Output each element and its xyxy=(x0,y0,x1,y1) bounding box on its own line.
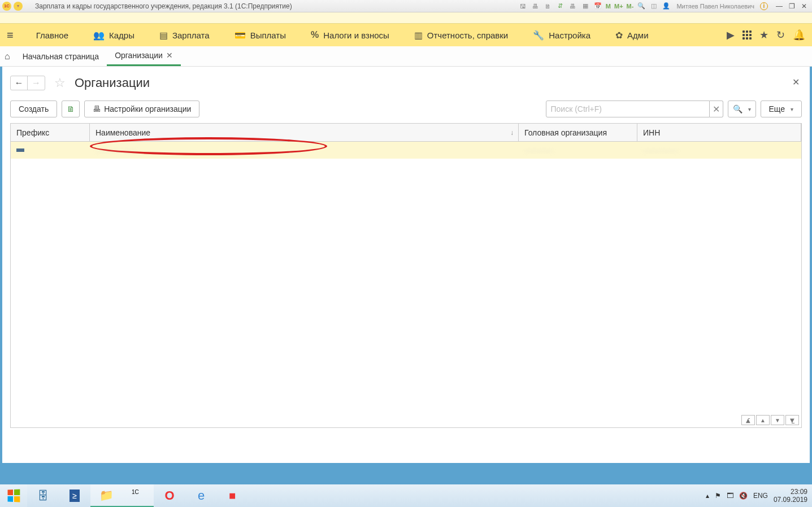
percent-icon: % xyxy=(311,30,319,40)
scroll-bottom-icon[interactable]: ▼̲ xyxy=(785,415,799,425)
window-close[interactable]: ✕ xyxy=(798,2,810,11)
user-name[interactable]: Митяев Павел Николаевич xyxy=(676,2,754,11)
nav-back-button[interactable]: ← xyxy=(11,76,28,90)
report-icon: ▥ xyxy=(414,30,423,41)
home-icon[interactable]: ⌂ xyxy=(5,51,10,62)
toolbar-icon-print[interactable]: 🖶 xyxy=(531,2,540,11)
tray-sound-icon[interactable]: 🔇 xyxy=(739,492,748,500)
col-name[interactable]: Наименование↓ xyxy=(90,124,519,141)
app-title: Зарплата и кадры государственного учрежд… xyxy=(35,2,292,10)
window-minimize[interactable]: — xyxy=(774,2,785,11)
taskbar-ie[interactable]: e xyxy=(185,484,217,507)
zoom-button[interactable]: 🔍 xyxy=(637,2,646,11)
toolbar-icon-print2[interactable]: 🖶 xyxy=(568,2,577,11)
gear-icon: ✿ xyxy=(615,30,623,41)
col-prefix[interactable]: Префикс xyxy=(11,124,90,141)
taskbar-powershell[interactable]: ≥ xyxy=(59,484,90,507)
org-settings-button[interactable]: 🖶Настройки организации xyxy=(84,100,199,117)
info-icon[interactable]: i xyxy=(760,2,768,10)
nav-settings[interactable]: 🔧Настройка xyxy=(520,24,603,46)
titlebar: 1C ▾ Зарплата и кадры государственного у… xyxy=(0,0,812,12)
scroll-controls: ▲̄ ▲ ▼ ▼̲ xyxy=(741,415,799,425)
nav-buttons: ← → xyxy=(10,76,45,90)
toolbar: Создать 🗎 🖶Настройки организации ✕ 🔍 Еще xyxy=(10,100,802,117)
window-maximize[interactable]: ❐ xyxy=(786,2,797,11)
taskbar-1c[interactable]: 1C xyxy=(122,484,154,507)
tab-close-icon[interactable]: ✕ xyxy=(166,51,173,60)
printer-icon: 🖶 xyxy=(93,104,101,113)
history-icon[interactable]: ↻ xyxy=(776,29,785,41)
main-nav: ≡ Главное 👥Кадры ▤Зарплата 💳Выплаты %Нал… xyxy=(0,24,812,46)
create-button[interactable]: Создать xyxy=(10,100,57,117)
windows-taskbar: 🗄 ≥ 📁 1C O e ◆ ▴ ⚑ 🗔 🔇 ENG 23:09 07.09.2… xyxy=(0,484,812,507)
scroll-down-icon[interactable]: ▼ xyxy=(771,415,784,425)
taskbar-explorer[interactable]: 📁 xyxy=(90,484,122,507)
m-minus-button[interactable]: M- xyxy=(627,2,634,11)
copy-add-icon: 🗎 xyxy=(67,104,75,113)
sort-asc-icon: ↓ xyxy=(510,129,514,137)
star-outline-icon[interactable]: ☆ xyxy=(54,76,66,90)
tray-clock[interactable]: 23:09 07.09.2019 xyxy=(774,488,807,504)
col-head-org[interactable]: Головная организация xyxy=(519,124,637,141)
windows-button[interactable]: ◫ xyxy=(649,2,658,11)
search-icon: 🔍 xyxy=(733,104,742,113)
table-icon: ▤ xyxy=(159,30,168,41)
people-icon: 👥 xyxy=(93,30,105,41)
toolbar-icon-save[interactable]: 🖫 xyxy=(519,2,528,11)
card-icon: 💳 xyxy=(235,30,246,41)
m-button[interactable]: M xyxy=(606,2,611,11)
nav-forward-button[interactable]: → xyxy=(28,76,45,90)
wrench-icon: 🔧 xyxy=(533,30,544,41)
apps-grid-icon[interactable] xyxy=(742,30,752,40)
tab-home[interactable]: Начальная страница xyxy=(15,47,107,65)
search-clear-icon[interactable]: ✕ xyxy=(710,100,723,117)
tray-lang[interactable]: ENG xyxy=(753,492,768,500)
scroll-up-icon[interactable]: ▲ xyxy=(756,415,770,425)
search-box: ✕ xyxy=(546,100,723,117)
taskbar-app[interactable]: ◆ xyxy=(217,484,249,507)
more-button[interactable]: Еще xyxy=(761,100,802,117)
nav-main[interactable]: Главное xyxy=(24,24,81,46)
row-inn-value: ················· xyxy=(643,146,678,155)
org-row-icon xyxy=(16,148,24,152)
start-button[interactable] xyxy=(0,484,27,507)
toolbar-icon-doc[interactable]: 🗎 xyxy=(544,2,553,11)
bell-icon[interactable]: 🔔 xyxy=(793,29,805,41)
page-title: Организации xyxy=(75,76,150,90)
menu-burger-icon[interactable]: ≡ xyxy=(7,29,14,42)
close-page-icon[interactable]: ✕ xyxy=(792,77,800,88)
toolbar-icon-compare[interactable]: ⇵ xyxy=(556,2,565,11)
toolbar-icon-calc[interactable]: ▦ xyxy=(581,2,590,11)
favorite-icon[interactable]: ★ xyxy=(759,29,768,41)
table-row[interactable]: ···················· ·············· ····… xyxy=(11,142,801,159)
tray-network-icon[interactable]: 🗔 xyxy=(727,492,733,500)
nav-admin[interactable]: ✿Адми xyxy=(603,24,661,46)
nav-nalogi[interactable]: %Налоги и взносы xyxy=(298,24,402,46)
search-button[interactable]: 🔍 xyxy=(728,100,756,117)
nav-otchet[interactable]: ▥Отчетность, справки xyxy=(402,24,520,46)
tray-flag-icon[interactable]: ⚑ xyxy=(715,492,721,500)
tab-bar: ⌂ Начальная страница Организации ✕ xyxy=(0,46,812,67)
tray-more-icon[interactable]: ▴ xyxy=(706,492,709,500)
table-header: Префикс Наименование↓ Головная организац… xyxy=(11,124,801,142)
app-logo-icon: 1C xyxy=(2,2,11,11)
m-plus-button[interactable]: M+ xyxy=(614,2,623,11)
org-table: Префикс Наименование↓ Головная организац… xyxy=(10,123,802,428)
scroll-top-icon[interactable]: ▲̄ xyxy=(741,415,755,425)
row-head-value: ·············· xyxy=(524,146,553,155)
user-icon: 👤 xyxy=(662,2,671,11)
toolbar-icon-calendar[interactable]: 📅 xyxy=(593,2,602,11)
search-input[interactable] xyxy=(546,100,710,117)
tab-organizations[interactable]: Организации ✕ xyxy=(107,46,181,66)
app-menu-dropdown[interactable]: ▾ xyxy=(14,2,23,11)
row-name-value: ···················· xyxy=(95,146,136,155)
nav-kadry[interactable]: 👥Кадры xyxy=(81,24,147,46)
taskbar-opera[interactable]: O xyxy=(154,484,185,507)
taskbar-server-manager[interactable]: 🗄 xyxy=(27,484,59,507)
copy-button[interactable]: 🗎 xyxy=(62,100,80,117)
col-inn[interactable]: ИНН xyxy=(637,124,801,141)
page-content: ← → ☆ Организации ✕ Создать 🗎 🖶Настройки… xyxy=(2,67,810,463)
nav-zarplata[interactable]: ▤Зарплата xyxy=(147,24,222,46)
nav-vyplaty[interactable]: 💳Выплаты xyxy=(222,24,298,46)
nav-more-icon[interactable]: ▶ xyxy=(727,29,735,41)
